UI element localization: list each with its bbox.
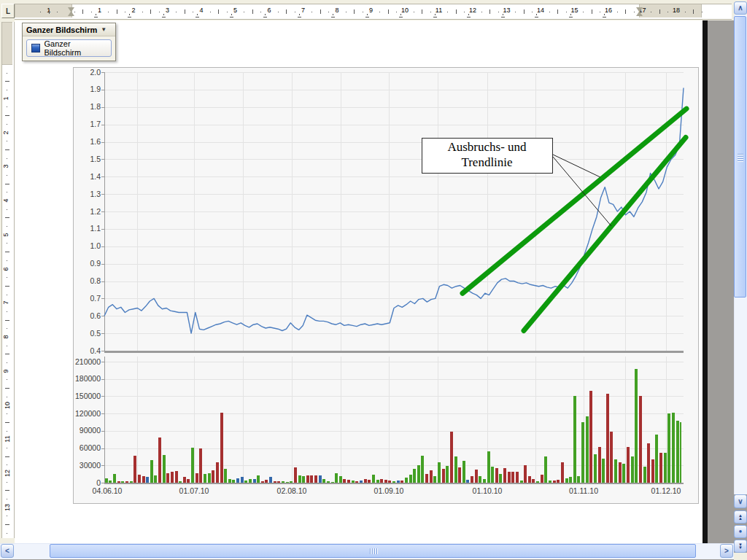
volume-bar — [479, 476, 481, 483]
thumb-grip — [738, 154, 743, 155]
volume-bar — [664, 453, 667, 483]
volume-bar — [310, 475, 313, 483]
volume-bar — [212, 470, 214, 483]
volume-bar — [204, 474, 206, 483]
volume-tick-label: 120000 — [75, 409, 101, 418]
volume-bar — [528, 476, 531, 483]
fullscreen-button[interactable]: Ganzer Bildschirm — [26, 39, 112, 57]
toolbar-titlebar[interactable]: Ganzer Bildschirm ▼ — [23, 23, 115, 36]
volume-bar — [269, 477, 272, 483]
volume-bar — [442, 469, 445, 483]
volume-bar — [286, 482, 289, 483]
volume-bar — [614, 459, 617, 483]
date-tick-label: 04.06.10 — [93, 486, 123, 495]
volume-tick-label: 60000 — [80, 443, 101, 452]
scroll-up-button[interactable]: ∧ — [734, 1, 747, 15]
volume-bar — [606, 394, 609, 483]
volume-bar — [199, 448, 202, 483]
hruler-face — [15, 4, 732, 20]
price-tick-label: 1.8 — [90, 102, 101, 111]
volume-bar — [421, 456, 424, 483]
tab-stop-icon: L — [6, 7, 10, 15]
volume-bar — [166, 473, 169, 483]
volume-bar — [392, 481, 395, 483]
volume-bar — [331, 482, 334, 483]
volume-bar — [557, 480, 560, 483]
scrollbar-corner — [734, 553, 747, 560]
volume-bar — [647, 443, 650, 483]
next-page-button[interactable]: ▼▼ — [734, 540, 747, 553]
date-tick-label: 01.11.10 — [569, 486, 598, 495]
volume-bar — [257, 475, 260, 483]
volume-bar — [220, 413, 223, 483]
thumb-grip — [738, 160, 743, 161]
volume-bar — [409, 475, 412, 483]
volume-bar — [569, 477, 572, 483]
volume-bar — [495, 468, 498, 483]
volume-bar — [133, 456, 136, 483]
horizontal-scrollbar-thumb[interactable] — [50, 544, 696, 558]
volume-bar — [577, 476, 580, 483]
hruler-right-margin — [639, 4, 702, 18]
volume-bar — [680, 422, 681, 483]
vertical-scrollbar-thumb[interactable] — [734, 16, 746, 298]
volume-bar — [651, 459, 654, 483]
volume-bar — [138, 475, 141, 483]
annotation-text: Ausbruchs- und — [447, 140, 527, 154]
price-tick-label: 0.6 — [90, 311, 101, 320]
volume-bar — [347, 480, 350, 483]
volume-bar — [405, 478, 408, 483]
volume-bar — [343, 479, 346, 483]
scroll-down-button[interactable]: ∨ — [734, 494, 747, 508]
scroll-right-button[interactable]: > — [720, 544, 733, 558]
volume-bar — [672, 413, 675, 483]
volume-bar — [314, 475, 317, 483]
date-tick-label: 01.09.10 — [374, 486, 404, 495]
volume-bar — [388, 481, 391, 483]
thumb-grip — [738, 156, 743, 157]
volume-bar — [659, 453, 662, 483]
volume-bar — [175, 471, 178, 483]
volume-bar — [397, 481, 400, 483]
volume-bar — [306, 475, 309, 483]
volume-bar — [274, 481, 276, 483]
volume-bar — [352, 481, 355, 483]
volume-bar — [598, 447, 601, 483]
volume-bar — [282, 481, 285, 483]
volume-bar — [631, 456, 634, 483]
vertical-ruler[interactable]: 12345678910111213 — [0, 20, 15, 543]
volume-bar — [150, 460, 153, 483]
volume-bar — [372, 475, 375, 483]
horizontal-ruler[interactable]: 1123456789101112131415161718 — [15, 3, 732, 19]
navigation-dot-button[interactable]: ● — [734, 525, 747, 538]
scroll-left-button[interactable]: < — [1, 544, 14, 558]
volume-bar — [622, 464, 625, 483]
chevron-right-icon: > — [724, 548, 729, 555]
volume-bar — [183, 477, 186, 483]
volume-bar — [163, 455, 166, 483]
volume-bar — [413, 469, 416, 483]
previous-page-button[interactable]: ▲▲ — [734, 510, 747, 524]
volume-bar — [438, 462, 441, 483]
volume-bar — [368, 480, 371, 483]
volume-bar — [290, 481, 293, 483]
price-tick-label: 0.8 — [90, 276, 101, 285]
volume-bar — [619, 462, 622, 483]
price-tick-label: 1.7 — [90, 120, 101, 128]
chevron-down-icon: ∨ — [738, 498, 743, 505]
price-tick-label: 1.6 — [90, 137, 101, 146]
toolbar-menu-arrow-icon[interactable]: ▼ — [101, 26, 107, 33]
fullscreen-floating-toolbar[interactable]: Ganzer Bildschirm ▼ Ganzer Bildschirm — [22, 23, 116, 61]
volume-tick-label: 210000 — [75, 357, 101, 366]
volume-bar — [355, 481, 358, 483]
stock-chart-object[interactable]: Ausbruchs- undTrendlinie2.01.91.81.71.61… — [73, 67, 699, 504]
price-tick-label: 0.7 — [90, 294, 101, 303]
fullscreen-monitor-icon — [31, 44, 40, 52]
tab-stop-selector[interactable]: L — [1, 4, 15, 18]
volume-bar — [228, 479, 231, 483]
volume-bar — [532, 479, 535, 483]
volume-bar — [142, 476, 145, 483]
volume-bar — [491, 467, 494, 483]
volume-bar — [433, 476, 436, 483]
price-tick-label: 0.9 — [90, 259, 101, 268]
